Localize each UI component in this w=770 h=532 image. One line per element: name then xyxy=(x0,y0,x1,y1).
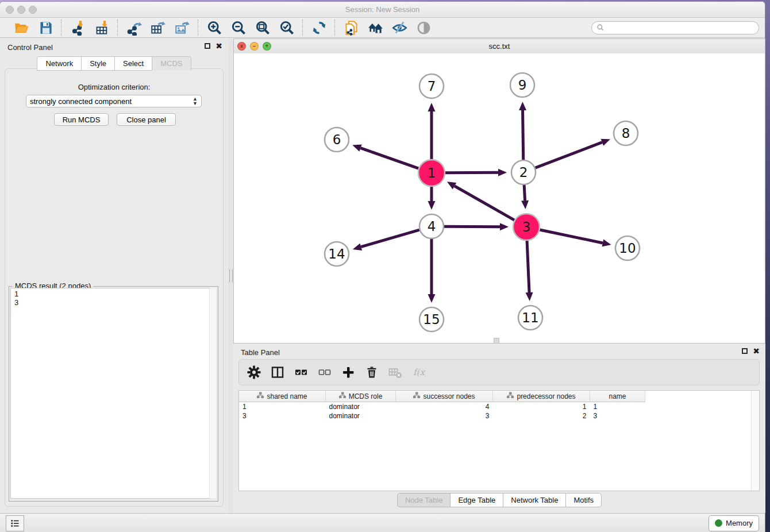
table-cell[interactable]: 3 xyxy=(590,411,645,421)
graph-node-8[interactable]: 8 xyxy=(614,121,638,145)
table-row[interactable]: 3dominator323 xyxy=(239,411,645,421)
select-all-icon[interactable] xyxy=(294,365,308,379)
node-table-body: 1dominator4113dominator323 xyxy=(239,402,645,421)
task-history-button[interactable] xyxy=(6,515,24,531)
mcds-result-scrollbar[interactable] xyxy=(209,288,216,498)
svg-text:2: 2 xyxy=(519,165,528,180)
table-cell[interactable]: dominator xyxy=(326,411,396,421)
tab-select[interactable]: Select xyxy=(114,56,152,71)
clone-network-icon[interactable] xyxy=(343,20,359,36)
table-cell[interactable]: 1 xyxy=(590,402,645,412)
table-row[interactable]: 1dominator411 xyxy=(239,402,645,412)
search-box[interactable] xyxy=(591,21,759,34)
optimization-criterion-value: strongly connected component xyxy=(30,97,132,106)
svg-text:4: 4 xyxy=(428,219,436,234)
network-canvas[interactable]: 7968124314101511 xyxy=(234,53,765,343)
svg-text:10: 10 xyxy=(619,241,636,256)
tab-network-table[interactable]: Network Table xyxy=(503,493,565,507)
svg-text:7: 7 xyxy=(428,79,436,94)
toolbar-groups xyxy=(6,20,439,36)
add-row-icon[interactable] xyxy=(341,365,355,379)
zoom-out-icon[interactable] xyxy=(230,20,247,36)
trash-icon[interactable] xyxy=(365,365,379,379)
eye-disabled-icon xyxy=(415,20,432,36)
svg-text:3: 3 xyxy=(522,219,531,234)
gear-icon[interactable] xyxy=(247,365,261,379)
graph-node-11[interactable]: 11 xyxy=(518,306,542,330)
canvas-resize-nub[interactable] xyxy=(494,338,499,344)
function-icon: f(x) xyxy=(412,365,426,379)
select-spinner-icon: ▲▼ xyxy=(192,97,198,106)
table-cell[interactable]: 3 xyxy=(239,411,326,421)
eye-slash-icon[interactable] xyxy=(391,20,407,36)
graph-node-1[interactable]: 1 xyxy=(418,160,445,186)
graph-node-15[interactable]: 15 xyxy=(419,307,444,331)
zoom-in-icon[interactable] xyxy=(206,20,222,36)
graph-node-2[interactable]: 2 xyxy=(511,160,536,184)
export-network-icon[interactable] xyxy=(126,20,142,36)
control-panel-title: Control Panel xyxy=(7,43,53,52)
deselect-all-icon[interactable] xyxy=(318,365,332,379)
table-panel-float-icon[interactable] xyxy=(742,348,748,354)
memory-button[interactable]: Memory xyxy=(709,515,759,531)
app-window: Session: New Session Control Panel ✖ Net… xyxy=(0,1,765,532)
zoom-fit-icon[interactable] xyxy=(255,20,271,36)
control-panel-float-icon[interactable] xyxy=(205,43,210,49)
refresh-icon[interactable] xyxy=(311,20,327,36)
optimization-criterion-select[interactable]: strongly connected component ▲▼ xyxy=(26,95,202,107)
graph-node-7[interactable]: 7 xyxy=(419,74,444,98)
main-toolbar xyxy=(0,18,765,38)
run-mcds-button[interactable]: Run MCDS xyxy=(54,113,109,126)
status-bar: Memory xyxy=(0,513,765,532)
close-panel-button[interactable]: Close panel xyxy=(117,113,176,126)
table-scrollbar[interactable] xyxy=(751,391,759,491)
tab-mcds[interactable]: MCDS xyxy=(152,56,191,71)
open-folder-icon[interactable] xyxy=(13,20,29,36)
column-tree-icon xyxy=(257,392,264,400)
graph-node-10[interactable]: 10 xyxy=(615,236,640,260)
tab-motifs[interactable]: Motifs xyxy=(565,493,602,507)
export-image-icon[interactable] xyxy=(174,20,190,36)
table-cell[interactable]: 4 xyxy=(396,402,493,412)
graph-node-6[interactable]: 6 xyxy=(325,128,349,152)
svg-text:14: 14 xyxy=(328,246,345,261)
column-tree-icon xyxy=(339,392,346,400)
svg-text:f(x): f(x) xyxy=(413,367,426,377)
table-cell[interactable]: 2 xyxy=(493,411,590,421)
graph-node-9[interactable]: 9 xyxy=(510,73,534,97)
network-window: x–+ scc.txt 7968124314101511 xyxy=(233,38,765,344)
export-table-icon[interactable] xyxy=(150,20,166,36)
search-input[interactable] xyxy=(607,23,754,32)
control-panel-close-icon[interactable]: ✖ xyxy=(215,43,222,49)
graph-node-3[interactable]: 3 xyxy=(513,214,540,240)
node-table-head: shared nameMCDS rolesuccessor nodesprede… xyxy=(239,391,645,402)
zoom-selected-icon[interactable] xyxy=(279,20,295,36)
optimization-criterion-label: Optimization criterion: xyxy=(5,83,223,91)
columns-icon[interactable] xyxy=(271,365,284,379)
graph-node-14[interactable]: 14 xyxy=(325,242,349,266)
tab-network[interactable]: Network xyxy=(37,56,81,71)
panel-splitter[interactable] xyxy=(228,38,233,513)
houses-icon[interactable] xyxy=(367,20,383,36)
splitter-grip[interactable] xyxy=(229,269,233,282)
save-session-icon[interactable] xyxy=(37,20,53,36)
import-network-icon[interactable] xyxy=(70,20,86,36)
column-header[interactable]: predecessor nodes xyxy=(493,391,590,402)
table-cell[interactable]: 3 xyxy=(396,411,493,421)
graph-node-4[interactable]: 4 xyxy=(419,214,444,238)
mcds-result-text[interactable]: 1 3 xyxy=(10,288,210,499)
tab-node-table[interactable]: Node Table xyxy=(397,493,451,507)
column-header[interactable]: name xyxy=(590,391,645,402)
table-cell[interactable]: 1 xyxy=(493,402,590,412)
column-header[interactable]: successor nodes xyxy=(396,391,493,402)
table-cell[interactable]: dominator xyxy=(326,402,396,412)
table-cell[interactable]: 1 xyxy=(239,402,326,412)
tab-style[interactable]: Style xyxy=(81,56,114,71)
column-header[interactable]: MCDS role xyxy=(326,391,396,402)
import-table-icon[interactable] xyxy=(94,20,110,36)
table-panel-close-icon[interactable]: ✖ xyxy=(753,348,760,354)
network-title: scc.txt xyxy=(234,42,765,51)
mcds-panel: Optimization criterion: strongly connect… xyxy=(5,68,224,507)
column-header[interactable]: shared name xyxy=(239,391,326,402)
tab-edge-table[interactable]: Edge Table xyxy=(450,493,503,507)
